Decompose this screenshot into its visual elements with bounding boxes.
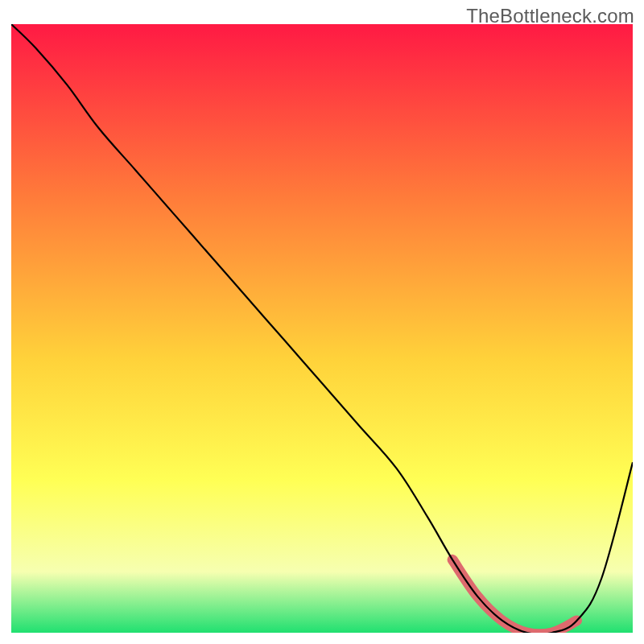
bottleneck-plot [11, 24, 633, 633]
chart-svg [11, 24, 633, 633]
chart-stage: TheBottleneck.com [0, 0, 644, 644]
gradient-background [11, 24, 633, 633]
watermark-text: TheBottleneck.com [466, 5, 634, 27]
